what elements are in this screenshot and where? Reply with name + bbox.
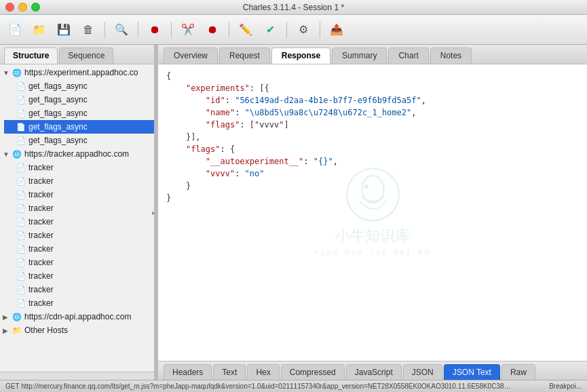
separator2: [138, 22, 138, 38]
main-content: Structure Sequence ▼ 🌐 https://experimen…: [0, 45, 587, 380]
pencil-button[interactable]: ✏️: [235, 19, 257, 41]
tab-text[interactable]: Text: [213, 364, 246, 380]
tab-json-text[interactable]: JSON Text: [444, 364, 500, 380]
arrow-icon: ▶: [3, 313, 12, 321]
file-icon: 📄: [16, 177, 26, 186]
list-item[interactable]: 📄 tracker: [4, 283, 154, 296]
list-item[interactable]: 📄 tracker: [4, 161, 154, 174]
tab-chart[interactable]: Chart: [388, 47, 428, 64]
json-text: { "experiments": [{ "id": "56c149ad-d2aa…: [166, 70, 579, 204]
list-item[interactable]: 📄 tracker: [4, 188, 154, 201]
separator5: [286, 22, 287, 38]
tab-headers[interactable]: Headers: [164, 364, 212, 380]
statusbar: GET http://mercury.finance.qq.com/lts/ge…: [0, 380, 587, 392]
settings-button[interactable]: ⚙: [292, 19, 314, 41]
file-icon: 📄: [16, 272, 26, 281]
watermark-text-en: XIAO NIU ZHI SHI KU: [314, 248, 430, 258]
tree-host-2[interactable]: ▼ 🌐 https://tracker.appadhoc.com: [0, 147, 154, 161]
list-item[interactable]: 📄 tracker: [4, 215, 154, 229]
tab-summary[interactable]: Summary: [332, 47, 387, 64]
globe-icon: 🌐: [12, 313, 22, 321]
titlebar: Charles 3.11.4 - Session 1 *: [0, 0, 587, 15]
list-item[interactable]: 📄 tracker: [4, 174, 154, 188]
file-icon: 📄: [16, 123, 26, 132]
separator3: [171, 22, 172, 38]
file-icon: 📄: [16, 204, 26, 213]
response-tabs: Overview Request Response Summary Chart …: [158, 45, 587, 64]
save-button[interactable]: 💾: [53, 19, 75, 41]
new-button[interactable]: 📄: [4, 19, 26, 41]
search-button[interactable]: 🔍: [111, 19, 132, 41]
filter-button[interactable]: ✂️: [177, 19, 199, 41]
tab-structure[interactable]: Structure: [4, 47, 58, 64]
tab-notes[interactable]: Notes: [430, 47, 472, 64]
file-icon: 📄: [16, 136, 26, 145]
watermark-text-cn: 小牛知识库: [335, 226, 410, 248]
open-button[interactable]: 📁: [29, 19, 50, 41]
list-item[interactable]: 📄 tracker: [4, 229, 154, 242]
separator6: [320, 22, 320, 38]
minimize-button[interactable]: [18, 3, 27, 12]
file-icon: 📄: [16, 218, 26, 227]
window-controls: [5, 3, 40, 12]
file-icon: 📄: [16, 109, 26, 118]
host-label-4: Other Hosts: [24, 326, 68, 335]
sidebar-tabs: Structure Sequence: [0, 45, 154, 64]
host-label-1: https://experiment.appadhoc.co: [24, 68, 138, 77]
tree-view: ▼ 🌐 https://experiment.appadhoc.co 📄 get…: [0, 64, 154, 372]
right-panel: Overview Request Response Summary Chart …: [158, 45, 587, 380]
list-item-selected[interactable]: 📄 get_flags_async: [4, 120, 154, 134]
file-icon: 📄: [16, 258, 26, 267]
tab-request[interactable]: Request: [219, 47, 270, 64]
close-button[interactable]: [5, 3, 14, 12]
tree-host-3[interactable]: ▶ 🌐 https://cdn-api.appadhoc.com: [0, 310, 154, 324]
host-label-2: https://tracker.appadhoc.com: [24, 149, 129, 159]
separator4: [229, 22, 229, 38]
sidebar: Structure Sequence ▼ 🌐 https://experimen…: [0, 45, 155, 380]
list-item[interactable]: 📄 get_flags_async: [4, 134, 154, 147]
list-item[interactable]: 📄 tracker: [4, 256, 154, 269]
tab-response[interactable]: Response: [271, 47, 330, 64]
globe-icon: 🌐: [12, 68, 22, 77]
trash-button[interactable]: 🗑: [77, 19, 99, 41]
tab-json[interactable]: JSON: [403, 364, 442, 380]
file-icon: 📄: [16, 299, 26, 308]
list-item[interactable]: 📄 get_flags_async: [4, 106, 154, 120]
list-item[interactable]: 📄 get_flags_async: [4, 93, 154, 106]
tab-overview[interactable]: Overview: [164, 47, 218, 64]
list-item[interactable]: 📄 tracker: [4, 242, 154, 256]
list-item[interactable]: 📄 tracker: [4, 296, 154, 310]
proxy-button[interactable]: ⏺: [202, 19, 223, 41]
host1-children: 📄 get_flags_async 📄 get_flags_async 📄 ge…: [0, 79, 154, 147]
file-icon: 📄: [16, 245, 26, 254]
share-button[interactable]: 📤: [326, 19, 347, 41]
arrow-icon: ▼: [3, 69, 12, 77]
file-icon: 📄: [16, 191, 26, 199]
arrow-icon: ▼: [3, 151, 12, 158]
tab-compressed[interactable]: Compressed: [281, 364, 345, 380]
tab-javascript[interactable]: JavaScript: [346, 364, 402, 380]
tree-host-4[interactable]: ▶ 📁 Other Hosts: [0, 324, 154, 337]
tab-raw[interactable]: Raw: [501, 364, 535, 380]
maximize-button[interactable]: [31, 3, 40, 12]
sidebar-scrollbar[interactable]: [0, 372, 154, 380]
host-label-3: https://cdn-api.appadhoc.com: [24, 312, 131, 321]
arrow-icon: ▶: [3, 327, 12, 334]
file-icon: 📄: [16, 82, 26, 91]
list-item[interactable]: 📄 tracker: [4, 201, 154, 215]
tab-hex[interactable]: Hex: [247, 364, 279, 380]
separator1: [105, 22, 105, 38]
file-icon: 📄: [16, 96, 26, 104]
record-stop-button[interactable]: ⏺: [144, 19, 166, 41]
file-icon: 📄: [16, 286, 26, 294]
file-icon: 📄: [16, 231, 26, 240]
statusbar-right: Breakpoi...: [549, 383, 582, 390]
window-title: Charles 3.11.4 - Session 1 *: [243, 3, 344, 12]
list-item[interactable]: 📄 get_flags_async: [4, 79, 154, 93]
toolbar: 📄 📁 💾 🗑 🔍 ⏺ ✂️ ⏺ ✏️ ✔ ⚙ 📤: [0, 15, 587, 45]
tab-sequence[interactable]: Sequence: [59, 47, 113, 64]
tick-button[interactable]: ✔: [259, 19, 281, 41]
list-item[interactable]: 📄 tracker: [4, 269, 154, 283]
tree-host-1[interactable]: ▼ 🌐 https://experiment.appadhoc.co: [0, 66, 154, 79]
json-content-area: 小牛知识库 XIAO NIU ZHI SHI KU { "experiments…: [158, 64, 587, 361]
